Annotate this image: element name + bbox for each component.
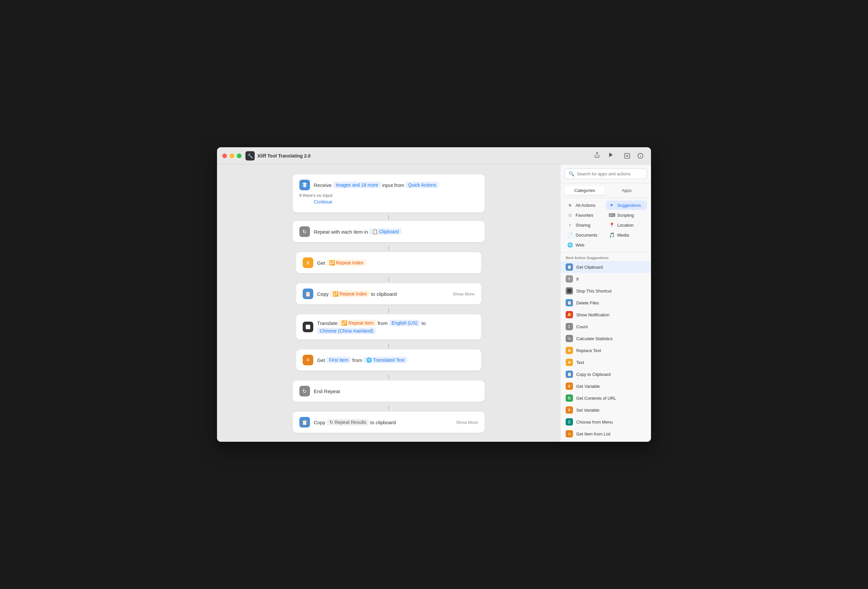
suggestion-delete-files[interactable]: 📋 Delete Files: [560, 297, 651, 309]
translate-text: Translate 🔁 Repeat Item from English (US…: [317, 320, 475, 334]
copy-repeat-index-card: 📋 Copy 🔁 Repeat Index to clipboard Show …: [296, 283, 481, 305]
from-label-2: from: [352, 357, 362, 363]
suggestions-section: Next Action Suggestions 📋 Get Clipboard …: [560, 253, 651, 442]
get-url-label: Get Contents of URL: [576, 396, 616, 401]
suggestions-icon: ✦: [609, 203, 615, 208]
minimize-button[interactable]: [230, 154, 234, 158]
play-button[interactable]: [607, 151, 615, 161]
continue-link[interactable]: Continue: [314, 199, 478, 204]
share-button[interactable]: [593, 151, 601, 161]
titlebar-right: [622, 151, 646, 161]
sidebar-item-all-actions[interactable]: ≡ All Actions: [564, 201, 605, 210]
to-lang-token[interactable]: Chinese (China mainland): [317, 328, 376, 334]
tab-apps[interactable]: Apps: [606, 186, 647, 195]
text-icon: ■: [565, 359, 573, 366]
get-clipboard-icon: 📋: [565, 263, 573, 271]
location-label: Location: [617, 223, 633, 228]
nav-grid: ≡ All Actions ✦ Suggestions ☆ Favorites …: [564, 201, 647, 250]
divider-3: [293, 277, 485, 282]
suggestion-get-variable[interactable]: X Get Variable: [560, 380, 651, 392]
repeat-icon: ↻: [300, 226, 310, 237]
text-label: Text: [576, 360, 584, 365]
repeat-index-token[interactable]: 🔁 Repeat Index: [326, 259, 366, 266]
add-shortcut-button[interactable]: [622, 151, 632, 161]
sidebar-item-location[interactable]: 📍 Location: [606, 221, 647, 229]
suggestion-text[interactable]: ■ Text: [560, 357, 651, 368]
end-repeat-icon: ↻: [300, 386, 310, 397]
suggestion-if[interactable]: Y If: [560, 273, 651, 285]
web-label: Web: [576, 243, 585, 247]
to-label: to: [421, 320, 426, 326]
titlebar-actions: [593, 151, 615, 161]
copy-repeat-text: Copy 🔁 Repeat Index to clipboard: [317, 290, 449, 297]
count-icon: Σ: [565, 323, 573, 330]
sidebar-item-documents[interactable]: 📄 Documents: [564, 230, 605, 240]
canvas-area: Receive Images and 18 more input from Qu…: [217, 164, 560, 442]
close-button[interactable]: [222, 154, 227, 158]
receive-icon: [300, 180, 310, 190]
repeat-each-card: ↻ Repeat with each item in 📋 Clipboard: [293, 221, 485, 242]
media-label: Media: [617, 232, 629, 238]
get-repeat-index-card: X Get 🔁 Repeat Index: [296, 252, 481, 273]
tab-bar: Categories Apps: [560, 184, 651, 198]
from-label: from: [378, 320, 388, 326]
suggestion-copy-clipboard[interactable]: 📋 Copy to Clipboard: [560, 368, 651, 380]
sidebar-item-suggestions[interactable]: ✦ Suggestions: [606, 201, 647, 210]
sidebar-nav: ≡ All Actions ✦ Suggestions ☆ Favorites …: [560, 198, 651, 253]
suggestion-show-notification[interactable]: 🔔 Show Notification: [560, 309, 651, 321]
content: Receive Images and 18 more input from Qu…: [217, 164, 651, 442]
suggestion-set-variable[interactable]: X Set Variable: [560, 404, 651, 416]
copy-icon-2: 📋: [300, 417, 310, 428]
suggestion-get-clipboard[interactable]: 📋 Get Clipboard: [560, 261, 651, 273]
sidebar: 🔍 Categories Apps ≡ All Actions ✦: [560, 164, 651, 442]
favorites-label: Favorites: [576, 213, 593, 218]
svg-rect-3: [306, 325, 310, 329]
suggestion-replace-text[interactable]: ■ Replace Text: [560, 345, 651, 357]
divider-1: [293, 215, 485, 220]
search-input[interactable]: [577, 172, 643, 176]
suggestion-calculate-statistics[interactable]: % Calculate Statistics: [560, 333, 651, 345]
sidebar-item-sharing[interactable]: ↑ Sharing: [564, 221, 605, 229]
delete-files-label: Delete Files: [576, 300, 599, 305]
get-first-item-card: ≡ Get First Item from 🌐 Translated Text: [296, 349, 481, 371]
documents-label: Documents: [576, 232, 598, 238]
first-item-token[interactable]: First Item: [326, 357, 351, 363]
tab-categories[interactable]: Categories: [564, 186, 605, 195]
receive-card: Receive Images and 18 more input from Qu…: [293, 175, 485, 212]
copy-repeat-index-token[interactable]: 🔁 Repeat Index: [330, 290, 370, 297]
maximize-button[interactable]: [237, 154, 242, 158]
sidebar-item-media[interactable]: 🎵 Media: [606, 230, 647, 240]
sidebar-item-web[interactable]: 🌐 Web: [564, 240, 605, 250]
suggestion-get-url[interactable]: G Get Contents of URL: [560, 392, 651, 404]
show-more-2[interactable]: Show More: [456, 420, 478, 425]
show-more-1[interactable]: Show More: [453, 292, 475, 296]
receive-source-token[interactable]: Quick Actions: [406, 182, 439, 188]
traffic-lights: [222, 154, 242, 158]
copy-clipboard-label: Copy to Clipboard: [576, 372, 611, 377]
scripting-label: Scripting: [617, 213, 634, 218]
repeat-results-token[interactable]: ↻ Repeat Results: [327, 419, 369, 426]
translated-text-token[interactable]: 🌐 Translated Text: [363, 357, 407, 363]
sidebar-item-scripting[interactable]: ⌨ Scripting: [606, 210, 647, 220]
scripting-icon: ⌨: [609, 212, 615, 218]
search-bar[interactable]: 🔍: [564, 169, 647, 179]
from-lang-token[interactable]: English (US): [389, 320, 421, 326]
suggestion-stop-shortcut[interactable]: ⬛ Stop This Shortcut: [560, 285, 651, 297]
get-variable-label: Get Variable: [576, 384, 600, 389]
media-icon: 🎵: [609, 232, 615, 238]
divider-4: [293, 308, 485, 313]
info-button[interactable]: [635, 151, 646, 161]
suggestions-title: Next Action Suggestions: [560, 253, 651, 261]
repeat-item-token[interactable]: 🔁 Repeat Item: [339, 320, 376, 326]
sidebar-item-favorites[interactable]: ☆ Favorites: [564, 210, 605, 220]
suggestion-repeat-each[interactable]: ↻ Repeat with Each: [560, 440, 651, 442]
suggestion-choose-menu[interactable]: ☰ Choose from Menu: [560, 416, 651, 428]
choose-menu-label: Choose from Menu: [576, 420, 613, 425]
suggestion-get-item-list[interactable]: ⊙ Get Item from List: [560, 428, 651, 440]
get-item-list-icon: ⊙: [565, 430, 573, 437]
divider-5: [293, 343, 485, 348]
clipboard-token[interactable]: 📋 Clipboard: [369, 228, 402, 235]
receive-input-token[interactable]: Images and 18 more: [333, 182, 381, 188]
suggestion-count[interactable]: Σ Count: [560, 321, 651, 333]
copy-results-text: Copy ↻ Repeat Results to clipboard: [314, 419, 452, 426]
